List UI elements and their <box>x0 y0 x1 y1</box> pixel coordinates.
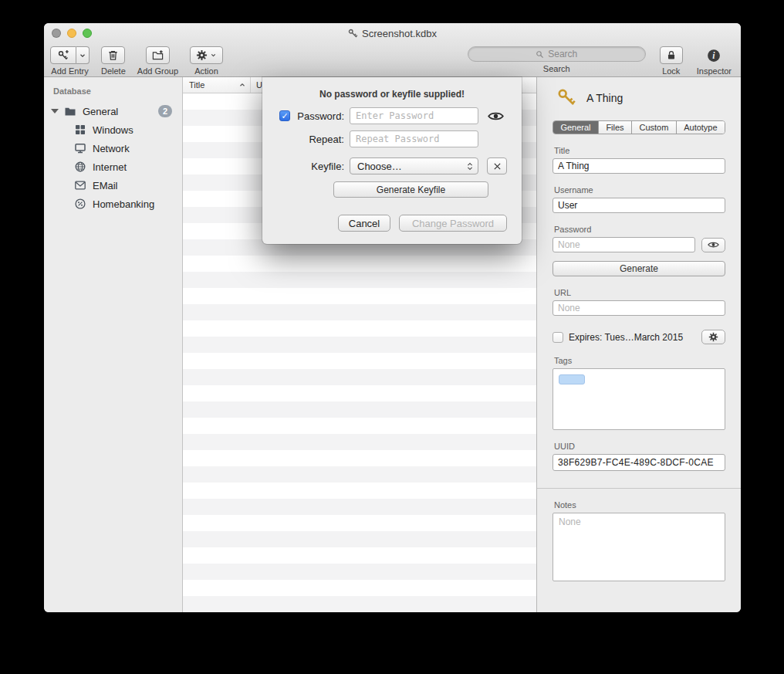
delete-item: Delete <box>101 46 126 76</box>
new-password-input[interactable] <box>350 107 478 124</box>
notes-field[interactable] <box>553 513 725 581</box>
sidebar-item-general[interactable]: General 2 <box>44 102 182 120</box>
inspector-toggle-button[interactable] <box>704 46 724 64</box>
eye-icon <box>488 110 504 122</box>
sidebar-header: Database <box>44 83 182 102</box>
sort-ascending-icon <box>238 81 246 89</box>
folder-plus-icon <box>152 49 164 61</box>
tab-autotype[interactable]: Autotype <box>677 121 725 134</box>
add-entry-label: Add Entry <box>51 66 88 76</box>
reveal-password-button[interactable] <box>701 238 725 252</box>
lock-item: Lock <box>660 46 683 76</box>
lock-button[interactable] <box>660 46 683 64</box>
sidebar-item-internet[interactable]: Internet <box>44 157 182 176</box>
percent-coin-icon <box>74 198 86 210</box>
column-header-title[interactable]: Title <box>183 77 251 93</box>
keyfile-popup-button[interactable]: Choose… <box>350 157 478 174</box>
password-field-label: Password <box>554 225 725 234</box>
password-row <box>553 237 725 252</box>
sidebar-item-label: General <box>83 106 118 117</box>
url-field-label: URL <box>554 288 725 297</box>
cancel-button[interactable]: Cancel <box>338 215 390 232</box>
sidebar-item-email[interactable]: EMail <box>44 176 182 195</box>
column-title-label: Title <box>189 80 204 90</box>
password-checkbox[interactable] <box>279 110 290 121</box>
add-entry-button[interactable] <box>50 46 76 64</box>
disclosure-triangle-icon[interactable] <box>51 109 59 113</box>
windows-icon <box>74 124 86 136</box>
tab-custom[interactable]: Custom <box>632 121 677 134</box>
generate-password-button[interactable]: Generate <box>553 261 725 276</box>
inspector-header: A Thing <box>557 88 725 107</box>
change-password-button[interactable]: Change Password <box>399 215 507 232</box>
document-key-icon <box>348 29 358 39</box>
sidebar-item-label: Homebanking <box>93 198 154 210</box>
envelope-icon <box>74 179 86 191</box>
traffic-lights <box>52 29 92 38</box>
repeat-password-input[interactable] <box>350 130 478 147</box>
search-input[interactable]: Search <box>468 46 646 62</box>
add-group-button[interactable] <box>146 46 170 64</box>
globe-icon <box>74 161 86 173</box>
sidebar-item-label: EMail <box>93 180 118 191</box>
uuid-label: UUID <box>554 442 725 451</box>
lock-label: Lock <box>662 66 680 76</box>
column-username-label: U <box>256 80 262 90</box>
titlebar[interactable]: Screenshot.kdbx <box>44 23 741 43</box>
expires-settings-button[interactable] <box>701 330 725 344</box>
tag-token[interactable] <box>559 374 585 384</box>
username-field[interactable] <box>553 198 725 213</box>
title-field-label: Title <box>554 146 725 155</box>
action-item: Action <box>190 46 223 76</box>
keyfile-clear-button[interactable] <box>487 157 507 174</box>
sheet-keyfile-row: Keyfile: Choose… <box>279 157 508 174</box>
zoom-button[interactable] <box>83 29 92 38</box>
delete-label: Delete <box>101 66 126 76</box>
sidebar-item-label: Internet <box>93 161 127 173</box>
sheet-password-label: Password: <box>293 110 344 122</box>
action-button[interactable] <box>190 46 223 64</box>
sheet-keyfile-label: Keyfile: <box>293 161 344 172</box>
gear-icon <box>196 49 208 61</box>
gear-icon <box>708 332 718 342</box>
url-field[interactable] <box>553 300 725 316</box>
sidebar-item-windows[interactable]: Windows <box>44 120 182 139</box>
folder-icon <box>64 105 76 117</box>
sheet-reveal-password-button[interactable] <box>484 108 508 124</box>
tab-general[interactable]: General <box>553 121 599 134</box>
expires-label: Expires: Tues…March 2015 <box>569 332 683 343</box>
sidebar-item-homebanking[interactable]: Homebanking <box>44 195 182 213</box>
generate-keyfile-button[interactable]: Generate Keyfile <box>333 181 488 198</box>
password-field[interactable] <box>553 237 695 252</box>
notes-label: Notes <box>554 500 725 510</box>
close-icon <box>492 161 502 171</box>
sidebar: Database General 2 Windows Network Inter… <box>44 77 183 612</box>
search-icon <box>536 50 544 59</box>
entry-title: A Thing <box>586 92 623 104</box>
chevron-down-icon <box>210 52 217 59</box>
delete-button[interactable] <box>101 46 125 64</box>
close-button[interactable] <box>52 29 61 38</box>
action-label: Action <box>194 66 218 76</box>
expires-row: Expires: Tues…March 2015 <box>553 330 725 344</box>
sheet-password-row: Password: <box>279 107 508 124</box>
search-placeholder: Search <box>548 49 577 59</box>
sidebar-item-network[interactable]: Network <box>44 139 182 157</box>
search-item: Search Search <box>468 46 646 73</box>
tab-files[interactable]: Files <box>599 121 632 134</box>
eye-icon <box>708 240 719 249</box>
entry-key-icon <box>557 88 576 107</box>
chevron-down-icon <box>79 52 86 59</box>
inspector-divider <box>537 488 741 489</box>
minimize-button[interactable] <box>67 29 76 38</box>
sidebar-item-label: Windows <box>93 124 133 136</box>
app-window: Screenshot.kdbx Add Entry D <box>44 23 741 612</box>
title-field[interactable] <box>553 158 725 174</box>
expires-checkbox[interactable] <box>553 332 563 343</box>
add-entry-dropdown[interactable] <box>76 46 90 64</box>
username-field-label: Username <box>554 185 725 195</box>
trash-icon <box>107 49 119 61</box>
uuid-field[interactable] <box>553 454 725 471</box>
add-group-label: Add Group <box>137 66 178 76</box>
tags-box[interactable] <box>553 368 725 430</box>
